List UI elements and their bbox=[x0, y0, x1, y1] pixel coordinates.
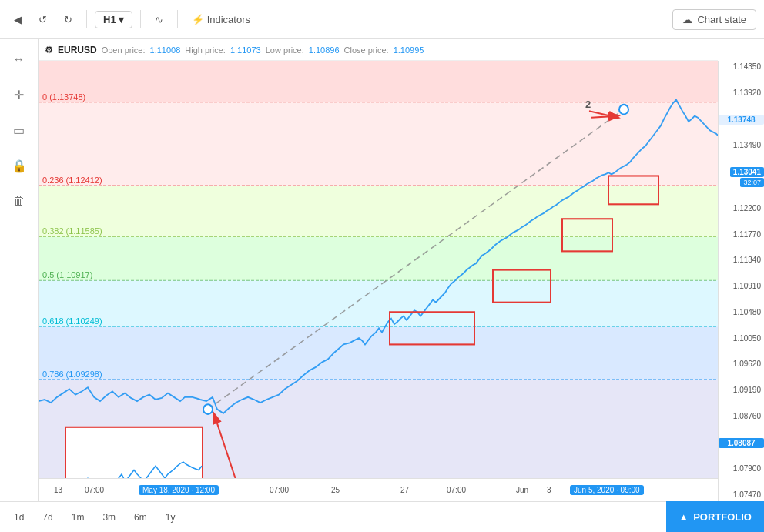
high-label: High price: bbox=[185, 45, 226, 55]
chart-state-button[interactable]: ☁ Chart state bbox=[672, 9, 756, 30]
timeframe-selector[interactable]: H1 ▾ bbox=[95, 11, 132, 28]
indicators-label: Indicators bbox=[207, 14, 250, 25]
refresh-button[interactable]: ↺ bbox=[32, 11, 53, 28]
close-label: Close price: bbox=[344, 45, 389, 55]
current-price-label: 1.13041 bbox=[730, 167, 764, 177]
svg-text:0 (1.13748): 0 (1.13748) bbox=[42, 92, 85, 101]
divider-1 bbox=[86, 10, 87, 28]
timeframe-6m[interactable]: 6m bbox=[128, 510, 153, 525]
timeframe-1m[interactable]: 1m bbox=[65, 510, 91, 525]
price-tick: 1.10050 bbox=[719, 334, 764, 343]
time-label: 13 bbox=[54, 486, 62, 494]
indicators-icon: ⚡ bbox=[192, 14, 204, 25]
price-tick: 1.13490 bbox=[719, 141, 764, 150]
cursor-tool[interactable]: ✛ bbox=[7, 82, 32, 107]
timeframe-1d[interactable]: 1d bbox=[8, 510, 30, 525]
time-label: 07:00 bbox=[85, 486, 104, 494]
price-axis: 1.14350 1.13920 1.13748 1.13490 1.13041 … bbox=[718, 61, 764, 501]
low-label: Low price: bbox=[266, 45, 304, 55]
portfolio-icon: ▲ bbox=[679, 511, 689, 523]
price-tick-highlighted: 1.13748 bbox=[719, 115, 764, 125]
symbol-name: EURUSD bbox=[58, 45, 97, 55]
svg-point-21 bbox=[619, 105, 628, 115]
time-label: 25 bbox=[331, 486, 340, 494]
price-tick: 1.11770 bbox=[719, 230, 764, 239]
price-tick: 1.13920 bbox=[719, 89, 764, 98]
close-value: 1.10995 bbox=[394, 45, 424, 55]
open-value: 1.11008 bbox=[150, 45, 181, 55]
divider-2 bbox=[140, 10, 141, 28]
refresh-icon: ↺ bbox=[39, 14, 47, 25]
timeframe-3m[interactable]: 3m bbox=[96, 510, 122, 525]
cloud-icon: ☁ bbox=[682, 14, 692, 25]
svg-point-20 bbox=[203, 404, 213, 414]
time-label: 3 bbox=[547, 486, 551, 494]
left-sidebar: ↔ ✛ ▭ 🔒 🗑 bbox=[0, 39, 39, 501]
time-axis: 13 07:00 May 18, 2020 · 12:00 07:00 25 2… bbox=[39, 478, 718, 501]
gear-icon[interactable]: ⚙ bbox=[45, 45, 53, 55]
price-tick: 1.08760 bbox=[719, 412, 764, 421]
portfolio-button[interactable]: ▲ PORTFOLIO bbox=[666, 501, 764, 532]
chart-svg: 0 (1.13748) 0.236 (1.12412) 0.382 (1.115… bbox=[39, 61, 718, 523]
price-tick: 1.14350 bbox=[719, 62, 764, 72]
svg-text:0.382 (1.11585): 0.382 (1.11585) bbox=[42, 226, 102, 236]
chart-type-button[interactable]: ∿ bbox=[149, 11, 169, 28]
line-chart-icon: ∿ bbox=[155, 14, 163, 25]
trash-button[interactable]: 🗑 bbox=[7, 189, 32, 213]
timeframe-label: H1 bbox=[103, 14, 116, 25]
rectangle-tool[interactable]: ▭ bbox=[7, 118, 32, 142]
time-label: 07:00 bbox=[447, 486, 466, 494]
svg-rect-0 bbox=[39, 61, 718, 102]
svg-text:0.786 (1.09298): 0.786 (1.09298) bbox=[42, 369, 102, 378]
indicators-button[interactable]: ⚡ Indicators bbox=[186, 11, 256, 28]
back-icon: ◀ bbox=[14, 14, 22, 25]
price-tick: 1.09620 bbox=[719, 360, 764, 369]
svg-text:0.5 (1.10917): 0.5 (1.10917) bbox=[42, 270, 93, 279]
svg-rect-3 bbox=[39, 236, 718, 280]
price-tick: 1.10480 bbox=[719, 308, 764, 317]
symbol-bar: ⚙ EURUSD Open price: 1.11008 High price:… bbox=[39, 39, 718, 61]
bottom-bar: 1d 7d 1m 3m 6m 1y 15:27:52 (UTC+3) ▲ POR… bbox=[0, 501, 764, 532]
timeframe-7d[interactable]: 7d bbox=[36, 510, 59, 525]
current-price-time: 32:07 bbox=[740, 178, 764, 187]
toolbar: ◀ ↺ ↻ H1 ▾ ∿ ⚡ Indicators ☁ Chart state bbox=[0, 0, 764, 39]
price-tick: 1.09190 bbox=[719, 386, 764, 395]
chevron-down-icon: ▾ bbox=[119, 14, 124, 25]
divider-3 bbox=[177, 10, 178, 28]
price-tick: 1.12200 bbox=[719, 204, 764, 213]
low-value: 1.10896 bbox=[309, 45, 340, 55]
high-value: 1.11073 bbox=[230, 45, 261, 55]
time-label-highlighted-end: Jun 5, 2020 · 09:00 bbox=[570, 485, 644, 495]
portfolio-label: PORTFOLIO bbox=[693, 511, 752, 523]
lock-button[interactable]: 🔒 bbox=[7, 153, 32, 178]
svg-text:2: 2 bbox=[585, 99, 591, 110]
time-label-highlighted: May 18, 2020 · 12:00 bbox=[139, 485, 219, 495]
price-tick: 1.11340 bbox=[719, 256, 764, 265]
time-label: Jun bbox=[516, 486, 528, 494]
chart-area[interactable]: 0 (1.13748) 0.236 (1.12412) 0.382 (1.115… bbox=[39, 61, 718, 523]
forward-icon: ↻ bbox=[64, 14, 72, 25]
svg-rect-5 bbox=[39, 326, 718, 379]
time-label: 07:00 bbox=[270, 486, 289, 494]
back-button[interactable]: ◀ bbox=[8, 11, 28, 28]
svg-text:0.618 (1.10249): 0.618 (1.10249) bbox=[42, 316, 102, 326]
open-label: Open price: bbox=[102, 45, 146, 55]
time-label: 27 bbox=[400, 486, 409, 494]
price-tick: 1.10910 bbox=[719, 282, 764, 291]
price-tick: 1.07900 bbox=[719, 464, 764, 473]
chart-state-label: Chart state bbox=[697, 14, 746, 25]
crosshair-tool[interactable]: ↔ bbox=[7, 47, 32, 72]
forward-button[interactable]: ↻ bbox=[58, 11, 79, 28]
svg-text:0.236 (1.12412): 0.236 (1.12412) bbox=[42, 176, 102, 185]
timeframe-1y[interactable]: 1y bbox=[159, 510, 182, 525]
price-tick: 1.07470 bbox=[719, 490, 764, 500]
svg-rect-2 bbox=[39, 186, 718, 236]
price-tick-current-bottom: 1.08087 bbox=[719, 438, 764, 448]
svg-rect-4 bbox=[39, 280, 718, 326]
